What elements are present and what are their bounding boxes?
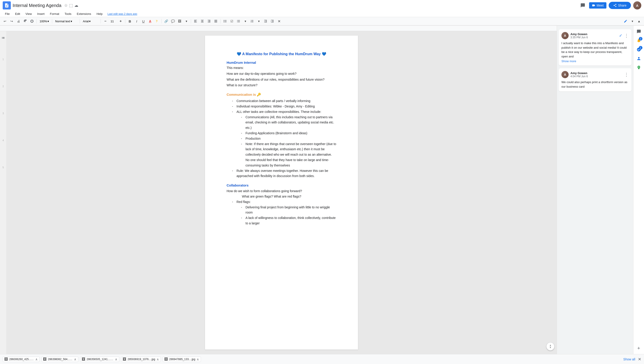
meet-btn-label: Meet [597,4,604,7]
font-size-decrease-btn[interactable]: − [102,18,108,24]
text-style-dropdown[interactable]: Normal text ▾ [54,18,78,24]
list-item-4: - Rule: We always oversee meetings toget… [232,168,336,179]
justify-btn[interactable] [213,18,219,24]
show-all-btn[interactable]: Show all [623,357,635,361]
tasks-badge: 1 [639,46,642,50]
redo-btn[interactable]: ↪ [8,18,15,24]
menu-help[interactable]: Help [94,11,105,17]
underline-btn[interactable]: U [140,18,146,24]
indent-decrease-btn[interactable] [262,18,269,24]
download-5-close[interactable]: ∧ [197,357,199,361]
folder-icon[interactable]: ⬚ [69,3,73,8]
download-item-5[interactable]: 🖼 286947885_133....jpg ∧ [163,356,201,362]
collapse-toolbar-btn[interactable]: ▲ [636,18,642,24]
print-btn[interactable]: 🖨 [15,18,22,24]
doc-area-row: 1 2 3 4 5 💙 A Manifesto for Publishing t… [0,31,557,354]
comment-1-text: I actually want to make this into a Mani… [562,41,629,59]
comments-toggle-btn[interactable] [579,1,587,10]
comment-1-avatar: A [562,32,568,39]
numbered-dropdown[interactable]: ▾ [256,18,262,24]
share-btn[interactable]: Share [609,2,631,9]
menu-edit[interactable]: Edit [13,11,22,17]
comment-2-more-btn[interactable]: ⋮ [624,72,629,77]
highlight-btn[interactable] [154,18,160,24]
dismiss-downloads-btn[interactable]: ✕ [638,357,641,362]
toolbar-sep-6 [161,19,162,24]
comment-1-show-more[interactable]: Show more [562,60,629,63]
edit-mode-btn[interactable] [622,18,629,24]
bullets-dropdown[interactable]: ▾ [242,18,248,24]
align-left-btn[interactable] [192,18,199,24]
page-nav-icon[interactable] [1,36,6,40]
indent-increase-btn[interactable] [269,18,276,24]
link-btn[interactable]: 🔗 [163,18,169,24]
download-item-2[interactable]: 🖼 286398082_564....jpg ∧ [42,356,78,362]
menu-file[interactable]: File [3,11,12,17]
doc-scroll-area[interactable]: 💙 A Manifesto for Publishing the HumDrum… [6,31,557,354]
image-btn[interactable]: 🖼 [176,18,183,24]
download-item-4[interactable]: 🖼 285936919_1076....jpg ∧ [121,356,161,362]
image-dropdown-btn[interactable]: ▾ [183,18,190,24]
avatar[interactable]: A [633,1,641,10]
list-item-1: - Communication between all parts / verb… [232,98,336,104]
para-1: This means: [226,65,336,71]
checklist-btn[interactable]: ☑ [228,18,235,24]
para-2: How are our day-to-day operations going … [226,71,336,77]
list-item-3d: - Note: If there are things that cannot … [241,141,336,168]
align-right-btn[interactable] [206,18,212,24]
comment-2-text: We could also perhaps print a shortform … [562,80,629,89]
download-item-3[interactable]: 🖼 286356505_1241....jpg ∧ [80,356,119,362]
zoom-dropdown[interactable]: 100% ▾ [38,18,51,24]
toolbar-sep-4 [100,19,101,24]
menu-view[interactable]: View [23,11,34,17]
scroll-to-bottom-btn[interactable] [546,342,554,350]
red-flags: - Red flags: [232,199,336,205]
download-5-icon: 🖼 [164,357,168,361]
doc-title: Internal Meeting Agenda [12,3,62,8]
italic-btn[interactable]: I [134,18,140,24]
comment-1-resolve-btn[interactable]: ✓ [619,33,622,38]
paint-format-btn[interactable] [22,18,28,24]
numbered-list-btn[interactable] [249,18,255,24]
text-color-btn[interactable]: A [147,18,153,24]
list-item-3b: - Funding Applications (Brainstorm and i… [241,131,336,136]
meet-btn[interactable]: Meet [589,2,606,9]
maps-icon-btn[interactable] [635,64,643,72]
contacts-icon-btn[interactable] [635,55,643,63]
comment-1-more-btn[interactable]: ⋮ [624,33,629,38]
font-size-dropdown[interactable]: 11 [109,18,117,24]
add-addon-btn[interactable]: + [635,344,643,352]
line-spacing-btn[interactable] [222,18,228,24]
download-3-close[interactable]: ∧ [115,357,117,361]
font-dropdown[interactable]: Arial ▾ [81,18,99,24]
star-icon[interactable]: ☆ [64,3,68,8]
para-3: What are the definitions of our roles, r… [226,77,336,83]
download-4-close[interactable]: ∧ [156,357,159,361]
menu-format[interactable]: Format [48,11,62,17]
download-1-name: 286006260_425....jpg [9,358,34,361]
bullets-btn[interactable] [235,18,242,24]
section-1-heading: HumDrum Internal [226,61,336,65]
download-item-1[interactable]: 🖼 286006260_425....jpg ∧ [3,356,40,362]
align-center-btn[interactable] [199,18,206,24]
download-1-close[interactable]: ∧ [35,357,38,361]
menu-extensions[interactable]: Extensions [74,11,94,17]
clear-format-btn[interactable] [29,18,35,24]
notifications-icon-btn[interactable]: 3 [635,37,643,45]
doc-column: 1 2 3 4 5 💙 A Manifesto for Publishing t… [0,26,557,354]
share-btn-label: Share [618,4,626,7]
menu-insert[interactable]: Insert [35,11,47,17]
comment-btn[interactable]: 💬 [170,18,176,24]
undo-btn[interactable]: ↩ [2,18,8,24]
edit-dropdown-btn[interactable]: ▾ [629,18,636,24]
chat-icon-btn[interactable] [635,28,643,36]
check-tasks-icon-btn[interactable]: 1 [635,46,643,54]
clear-format-x-btn[interactable]: ✕ [276,18,282,24]
app-icon [3,1,11,10]
cloud-icon[interactable]: ☁ [74,3,78,8]
bold-btn[interactable]: B [127,18,133,24]
top-bar: Internal Meeting Agenda ☆ ⬚ ☁ Meet Share… [0,0,644,26]
menu-tools[interactable]: Tools [62,11,74,17]
download-2-close[interactable]: ∧ [74,357,76,361]
font-size-increase-btn[interactable]: + [118,18,124,24]
